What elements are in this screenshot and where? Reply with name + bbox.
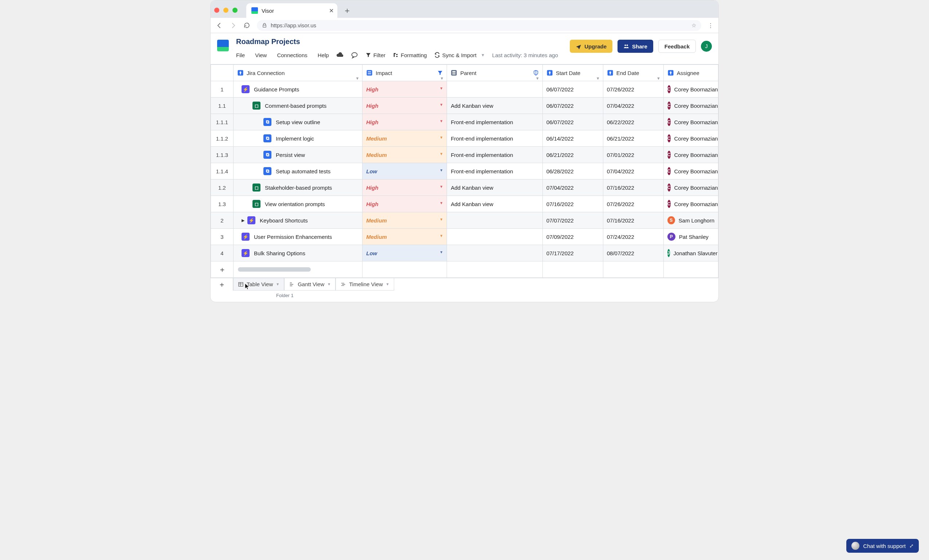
folder-label[interactable]: Folder 1 [276,293,294,298]
user-avatar[interactable]: J [701,41,712,52]
sync-tool[interactable]: Sync & Import ▼ [434,52,485,58]
cloud-icon[interactable] [336,51,343,59]
cell-impact[interactable]: Medium [362,229,447,245]
cell-impact[interactable]: Medium [362,212,447,229]
cell-end-date[interactable]: 06/22/2022 [603,114,664,130]
cell-end-date[interactable]: 07/01/2022 [603,147,664,163]
col-assignee[interactable]: Assignee [664,65,718,81]
chevron-down-icon[interactable]: ▼ [596,76,600,81]
menu-connections[interactable]: Connections [277,52,307,58]
close-tab-icon[interactable]: ✕ [329,7,334,14]
expand-icon[interactable]: ⤢ [909,543,914,549]
url-input[interactable]: https://app.visor.us ☆ [257,20,701,31]
expand-caret-icon[interactable]: ▶ [242,218,244,223]
chevron-down-icon[interactable]: ▼ [327,282,331,286]
cell-start-date[interactable]: 07/04/2022 [543,179,603,196]
cell-jira[interactable]: ⧉Implement logic [233,130,362,147]
cell-parent[interactable]: Add Kanban view [447,98,543,114]
cell-end-date[interactable]: 07/16/2022 [603,212,664,229]
cell-impact[interactable]: High [362,114,447,130]
col-impact[interactable]: Impact ▼ [362,65,447,81]
cell-assignee[interactable]: CCorey Boornazian [664,98,718,114]
cell-end-date[interactable]: 07/16/2022 [603,179,664,196]
cell-parent[interactable]: Add Kanban view [447,179,543,196]
table-row[interactable]: 1.1.4⧉Setup automated testsLowFront-end … [211,163,718,179]
cell-impact[interactable]: High [362,81,447,98]
cell-impact[interactable]: Low [362,163,447,179]
table-row[interactable]: 4⚡Bulk Sharing OptionsLow07/17/202208/07… [211,245,718,262]
col-jira[interactable]: Jira Connection ▼ [233,65,362,81]
col-start[interactable]: Start Date▼ [543,65,603,81]
table-row[interactable]: 3⚡User Permission EnhancementsMedium07/0… [211,229,718,245]
cell-assignee[interactable]: CCorey Boornazian [664,196,718,212]
cell-jira[interactable]: ◻View orientation prompts [233,196,362,212]
cell-end-date[interactable]: 08/07/2022 [603,245,664,262]
cell-end-date[interactable]: 07/04/2022 [603,98,664,114]
cell-impact[interactable]: Medium [362,130,447,147]
chevron-down-icon[interactable]: ▼ [656,76,661,81]
cell-parent[interactable] [447,212,543,229]
cell-parent[interactable] [447,81,543,98]
cell-assignee[interactable]: JJonathan Slavuter [664,245,718,262]
comments-icon[interactable] [351,51,358,59]
reload-icon[interactable] [243,22,250,29]
cell-impact[interactable]: Low [362,245,447,262]
table-row[interactable]: 1.1.3⧉Persist viewMediumFront-end implem… [211,147,718,163]
cell-parent[interactable]: Front-end implementation [447,130,543,147]
formatting-tool[interactable]: Formatting [393,52,427,58]
view-tab-gantt[interactable]: Gantt View▼ [284,278,336,291]
cell-jira[interactable]: ⧉Setup view outline [233,114,362,130]
menu-file[interactable]: File [236,52,245,58]
view-tab-table[interactable]: Table View▼ [233,278,284,291]
view-tab-timeline[interactable]: Timeline View▼ [336,278,394,291]
cell-start-date[interactable]: 07/07/2022 [543,212,603,229]
cell-jira[interactable]: ▶⚡Keyboard Shortcuts [233,212,362,229]
cell-start-date[interactable]: 06/14/2022 [543,130,603,147]
cell-parent[interactable]: Front-end implementation [447,114,543,130]
plus-icon[interactable]: ＋ [211,262,233,278]
menu-help[interactable]: Help [318,52,329,58]
table-row[interactable]: 1.2◻Stakeholder-based promptsHighAdd Kan… [211,179,718,196]
chevron-down-icon[interactable]: ▼ [276,282,279,286]
cell-assignee[interactable]: CCorey Boornazian [664,130,718,147]
table-row[interactable]: 1.1.1⧉Setup view outlineHighFront-end im… [211,114,718,130]
cell-impact[interactable]: High [362,196,447,212]
cell-end-date[interactable]: 07/24/2022 [603,229,664,245]
back-icon[interactable] [216,22,223,29]
chat-support-button[interactable]: Chat with support ⤢ [846,539,919,553]
cell-assignee[interactable]: PPat Shanley [664,229,718,245]
bookmark-icon[interactable]: ☆ [691,22,696,29]
cell-assignee[interactable]: CCorey Boornazian [664,163,718,179]
kebab-menu-icon[interactable]: ⋮ [708,22,713,29]
cell-jira[interactable]: ⧉Persist view [233,147,362,163]
cell-start-date[interactable]: 06/28/2022 [543,163,603,179]
share-button[interactable]: Share [618,40,653,53]
new-tab-button[interactable]: ＋ [342,5,353,16]
cell-parent[interactable]: Front-end implementation [447,163,543,179]
cell-parent[interactable] [447,229,543,245]
cell-end-date[interactable]: 07/04/2022 [603,163,664,179]
cell-start-date[interactable]: 07/16/2022 [543,196,603,212]
table-row[interactable]: 1⚡Guidance PromptsHigh06/07/202207/26/20… [211,81,718,98]
cell-jira[interactable]: ⚡User Permission Enhancements [233,229,362,245]
chevron-down-icon[interactable]: ▼ [386,282,389,286]
cell-start-date[interactable]: 06/07/2022 [543,98,603,114]
cell-start-date[interactable]: 07/09/2022 [543,229,603,245]
cell-impact[interactable]: High [362,179,447,196]
cell-end-date[interactable]: 07/26/2022 [603,81,664,98]
chevron-down-icon[interactable]: ▼ [440,76,444,81]
chevron-down-icon[interactable]: ▼ [535,76,540,81]
feedback-button[interactable]: Feedback [658,40,696,53]
minimize-window-icon[interactable] [223,8,228,13]
add-view-button[interactable]: ＋ [211,278,233,291]
cell-assignee[interactable]: CCorey Boornazian [664,114,718,130]
cell-start-date[interactable]: 06/07/2022 [543,81,603,98]
cell-assignee[interactable]: CCorey Boornazian [664,147,718,163]
upgrade-button[interactable]: Upgrade [570,40,612,53]
cell-start-date[interactable]: 07/17/2022 [543,245,603,262]
cell-impact[interactable]: High [362,98,447,114]
cell-assignee[interactable]: CCorey Boornazian [664,179,718,196]
cell-parent[interactable]: Add Kanban view [447,196,543,212]
cell-start-date[interactable]: 06/21/2022 [543,147,603,163]
cell-end-date[interactable]: 07/26/2022 [603,196,664,212]
